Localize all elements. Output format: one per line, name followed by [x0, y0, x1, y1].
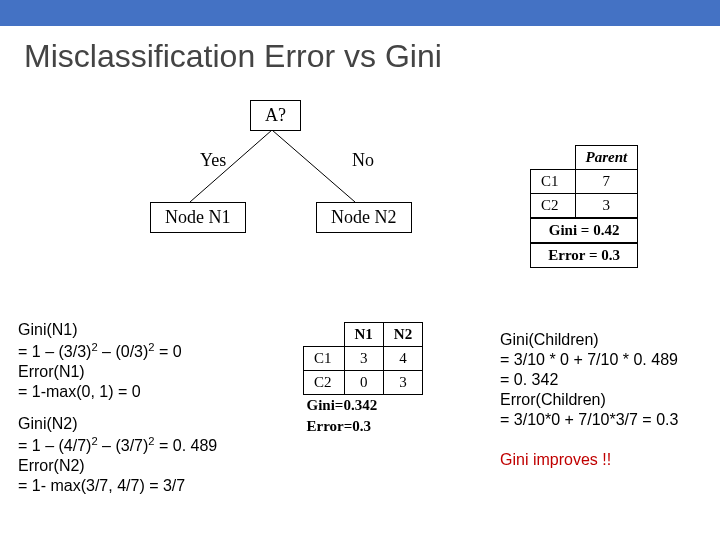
child-c2-label: C2 — [304, 371, 345, 395]
calc-ch-l1: Gini(Children) — [500, 331, 599, 348]
child-h-n2: N2 — [383, 323, 422, 347]
child-c1-v2: 4 — [383, 347, 422, 371]
parent-gini: Gini = 0.42 — [531, 218, 638, 243]
calc-n1-l2b: – (0/3) — [98, 343, 149, 360]
page-title: Misclassification Error vs Gini — [24, 38, 442, 75]
child-c1-v1: 3 — [344, 347, 383, 371]
calc-ch-l5: = 3/10*0 + 7/10*3/7 = 0.3 — [500, 411, 678, 428]
calc-n2-l2b: – (3/7) — [98, 437, 149, 454]
parent-c1-label: C1 — [531, 170, 576, 194]
top-accent-bar — [0, 0, 720, 26]
child-c1-label: C1 — [304, 347, 345, 371]
parent-c2-label: C2 — [531, 194, 576, 219]
child-c2-v2: 3 — [383, 371, 422, 395]
child-c2-v1: 0 — [344, 371, 383, 395]
calc-n1-l3: Error(N1) — [18, 363, 85, 380]
calc-n1-l2a: = 1 – (3/3) — [18, 343, 91, 360]
svg-line-1 — [272, 130, 355, 202]
node-n2: Node N2 — [316, 202, 412, 233]
node-root: A? — [250, 100, 301, 131]
calc-children: Gini(Children) = 3/10 * 0 + 7/10 * 0. 48… — [500, 330, 715, 430]
decision-tree: A? Yes No Node N1 Node N2 — [140, 100, 420, 270]
calc-n1: Gini(N1) = 1 – (3/3)2 – (0/3)2 = 0 Error… — [18, 320, 298, 402]
calc-ch-l3: = 0. 342 — [500, 371, 558, 388]
edge-no-label: No — [352, 150, 374, 171]
calc-n2-l3: Error(N2) — [18, 457, 85, 474]
calc-ch-l2: = 3/10 * 0 + 7/10 * 0. 489 — [500, 351, 678, 368]
child-h-n1: N1 — [344, 323, 383, 347]
calc-n2-l2c: = 0. 489 — [155, 437, 218, 454]
calc-n1-l4: = 1-max(0, 1) = 0 — [18, 383, 141, 400]
calc-n2-l2a: = 1 – (4/7) — [18, 437, 91, 454]
calc-n2-l1: Gini(N2) — [18, 415, 78, 432]
parent-error: Error = 0.3 — [531, 243, 638, 268]
parent-table: Parent C1 7 C2 3 Gini = 0.42 Error = 0.3 — [530, 145, 638, 268]
calc-n1-l2c: = 0 — [155, 343, 182, 360]
children-table: N1 N2 C1 3 4 C2 0 3 Gini=0.342 Error=0.3 — [303, 322, 423, 437]
calc-n2: Gini(N2) = 1 – (4/7)2 – (3/7)2 = 0. 489 … — [18, 414, 298, 496]
children-error: Error=0.3 — [304, 416, 423, 437]
calc-ch-l4: Error(Children) — [500, 391, 606, 408]
children-gini: Gini=0.342 — [304, 395, 423, 417]
parent-header: Parent — [575, 146, 638, 170]
parent-c2-val: 3 — [575, 194, 638, 219]
node-n1: Node N1 — [150, 202, 246, 233]
gini-improves: Gini improves !! — [500, 450, 611, 470]
calc-n1-l1: Gini(N1) — [18, 321, 78, 338]
calc-n2-l4: = 1- max(3/7, 4/7) = 3/7 — [18, 477, 185, 494]
edge-yes-label: Yes — [200, 150, 226, 171]
parent-c1-val: 7 — [575, 170, 638, 194]
